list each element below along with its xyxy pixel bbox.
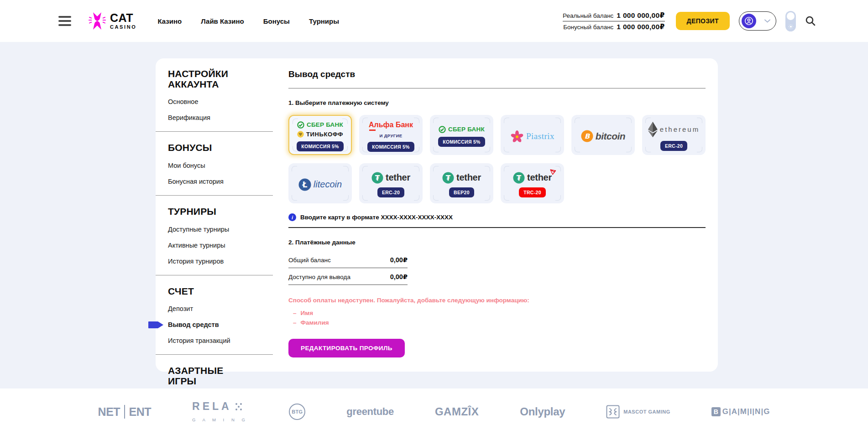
page-title: Вывод средств xyxy=(288,69,706,79)
missing-fields-list: Имя Фамилия xyxy=(288,310,706,326)
nav-item-tournaments[interactable]: Турниры xyxy=(309,17,339,25)
available-balance-row: Доступно для вывода 0,00₽ xyxy=(288,268,408,285)
tether-icon: ₮ xyxy=(442,172,454,184)
available-balance-value: 0,00₽ xyxy=(390,273,408,280)
piastrix-label: Piastrix xyxy=(526,131,554,141)
providers-footer: NETENT RELA G A M I N G BTG greentube GA… xyxy=(0,388,868,435)
payment-methods-row-1: СБЕР БАНК ТИНЬКОФФ КОМИССИЯ 5% Альфа Бан… xyxy=(288,115,706,155)
ethereum-label: ethereum xyxy=(660,125,700,133)
sberbank-label: СБЕР БАНК xyxy=(448,126,485,133)
payment-method-bitcoin[interactable]: B bitcoin xyxy=(571,115,635,155)
step1-label: 1. Выберите платежную систему xyxy=(288,99,706,106)
payment-method-ethereum[interactable]: ethereum ERC-20 xyxy=(642,115,706,155)
network-badge: ERC-20 xyxy=(660,141,687,151)
sberbank-icon xyxy=(297,121,304,129)
commission-badge: КОМИССИЯ 5% xyxy=(297,141,344,151)
payment-method-tether-bep20[interactable]: ₮ tether BEP20 xyxy=(430,163,493,203)
sidebar-heading-gambling: АЗАРТНЫЕ ИГРЫ xyxy=(168,366,249,386)
sidebar-item-bonus-history[interactable]: Бонусная история xyxy=(168,178,224,185)
payment-method-alfa[interactable]: Альфа Банк И ДРУГИЕ КОМИССИЯ 5% xyxy=(359,115,423,155)
hamburger-menu-icon[interactable] xyxy=(58,14,72,28)
sidebar-heading-bonuses: БОНУСЫ xyxy=(168,143,249,153)
balances-block: Реальный баланс 1 000 000,00₽ Бонусный б… xyxy=(563,10,665,32)
card-format-hint: i Вводите карту в формате ХХХХ-ХХХХ-ХХХХ… xyxy=(288,213,706,221)
provider-logo-btg: BTG xyxy=(289,404,305,420)
sidebar-item-verification[interactable]: Верификация xyxy=(168,114,210,121)
chevron-down-icon xyxy=(764,19,770,23)
tether-label: tether xyxy=(527,172,552,183)
provider-logo-bgaming: B G|A|M|I|N|G xyxy=(711,407,770,416)
step2-label: 2. Платёжные данные xyxy=(288,239,706,246)
user-icon xyxy=(744,16,753,26)
provider-logo-onlyplay: Onlyplay xyxy=(520,405,565,418)
search-button[interactable] xyxy=(805,16,816,26)
sidebar-item-active-tournaments[interactable]: Активные турниры xyxy=(168,242,225,249)
commission-badge: КОМИССИЯ 5% xyxy=(438,137,485,147)
sidebar-item-available-tournaments[interactable]: Доступные турниры xyxy=(168,226,229,233)
sberbank-label: СБЕР БАНК xyxy=(307,121,343,128)
sun-icon xyxy=(788,24,793,29)
tether-label: tether xyxy=(386,172,410,183)
missing-field-first-name: Имя xyxy=(288,310,706,316)
info-icon: i xyxy=(288,213,296,221)
provider-logo-greentube: greentube xyxy=(346,406,394,418)
logo-text-casino: CASINO xyxy=(110,25,136,30)
tether-icon: ₮ xyxy=(371,172,383,184)
bonus-balance-row: Бонусный баланс 1 000 000,00₽ xyxy=(563,21,665,32)
nav-item-bonuses[interactable]: Бонусы xyxy=(263,17,290,25)
tinkoff-label: ТИНЬКОФФ xyxy=(306,131,343,138)
sidebar-heading-settings: НАСТРОЙКИ АККАУНТА xyxy=(168,69,249,89)
total-balance-row: Общий баланс 0,00₽ xyxy=(288,251,408,268)
payment-method-tether-erc20[interactable]: ₮ tether ERC-20 xyxy=(359,163,423,203)
available-balance-label: Доступно для вывода xyxy=(288,274,350,280)
profile-dropdown[interactable] xyxy=(739,11,776,31)
account-sidebar: НАСТРОЙКИ АККАУНТА Основное Верификация … xyxy=(156,58,288,372)
search-icon xyxy=(805,16,816,26)
divider xyxy=(156,131,273,132)
bitcoin-icon: B xyxy=(581,130,593,142)
litecoin-label: litecoin xyxy=(314,179,342,190)
payment-method-piastrix[interactable]: Piastrix xyxy=(501,115,564,155)
alfa-underline xyxy=(369,129,376,131)
active-item-arrow-icon xyxy=(148,321,164,329)
sidebar-item-transaction-history[interactable]: История транзакций xyxy=(168,337,230,344)
netent-divider xyxy=(124,405,125,419)
card-format-hint-text: Вводите карту в формате ХХХХ-ХХХХ-ХХХХ-Х… xyxy=(300,214,453,221)
sidebar-item-main[interactable]: Основное xyxy=(168,98,198,105)
provider-logo-gamzix: GAMZÎX xyxy=(435,405,479,418)
sidebar-item-tournament-history[interactable]: История турниров xyxy=(168,258,224,265)
nav-item-live-casino[interactable]: Лайв Казино xyxy=(201,17,244,25)
cat-casino-logo[interactable]: CAT CASINO xyxy=(89,11,136,31)
header: CAT CASINO Казино Лайв Казино Бонусы Тур… xyxy=(0,0,868,42)
svg-text:₮: ₮ xyxy=(517,174,522,182)
network-badge: TRC-20 xyxy=(519,187,546,197)
account-card: НАСТРОЙКИ АККАУНТА Основное Верификация … xyxy=(156,58,718,372)
payment-method-sber[interactable]: СБЕР БАНК КОМИССИЯ 5% xyxy=(430,115,493,155)
network-badge: ERC-20 xyxy=(377,187,404,197)
tinkoff-icon xyxy=(297,131,304,138)
missing-field-last-name: Фамилия xyxy=(288,319,706,326)
sidebar-item-my-bonuses[interactable]: Мои бонусы xyxy=(168,162,205,169)
mascot-emblem-icon xyxy=(606,405,620,419)
edit-profile-button[interactable]: РЕДАКТИРОВАТЬ ПРОФИЛЬ xyxy=(288,339,405,357)
sberbank-icon xyxy=(439,126,446,133)
payment-method-sber-tinkoff[interactable]: СБЕР БАНК ТИНЬКОФФ КОМИССИЯ 5% xyxy=(288,115,352,155)
sidebar-item-deposit[interactable]: Депозит xyxy=(168,305,193,312)
payment-method-litecoin[interactable]: Ł litecoin xyxy=(288,163,352,203)
sidebar-item-withdrawal[interactable]: Вывод средств xyxy=(168,321,219,328)
real-balance-label: Реальный баланс xyxy=(563,12,613,19)
cat-logo-icon xyxy=(89,11,106,31)
total-balance-label: Общий баланс xyxy=(288,257,331,264)
provider-logo-mascot-gaming: MASCOT GAMING xyxy=(606,405,670,419)
tron-icon xyxy=(550,169,556,175)
main-nav: Казино Лайв Казино Бонусы Турниры xyxy=(157,17,339,25)
ethereum-icon xyxy=(648,122,658,137)
network-badge: BEP20 xyxy=(449,187,474,197)
payment-method-tether-trc20[interactable]: ₮ tether TRC-20 xyxy=(501,163,564,203)
alfabank-label: Альфа Банк xyxy=(369,121,413,129)
sidebar-heading-tournaments: ТУРНИРЫ xyxy=(168,207,249,217)
tether-label: tether xyxy=(456,172,481,183)
deposit-button[interactable]: ДЕПОЗИТ xyxy=(676,12,730,30)
theme-toggle[interactable] xyxy=(785,11,796,31)
nav-item-casino[interactable]: Казино xyxy=(157,17,182,25)
